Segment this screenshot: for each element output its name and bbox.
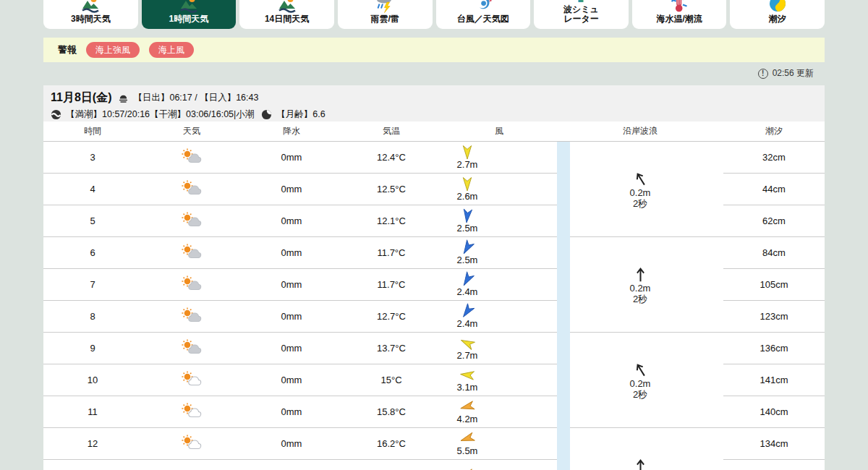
column-header-6: 沿岸波浪: [557, 125, 723, 137]
tide-wave-icon: [51, 109, 61, 120]
temp-cell: 15.8°C: [341, 406, 441, 417]
weather-icon: [181, 148, 203, 166]
table-header-row: 時間天気降水気温風沿岸波浪潮汐: [43, 121, 825, 142]
wind-speed: 5.5m: [457, 446, 478, 456]
sun-times-text: 【日出】06:17 / 【日入】16:43: [133, 92, 258, 104]
warning-badge[interactable]: 海上風: [149, 42, 194, 58]
tide-level-cell: 105cm: [723, 269, 825, 301]
wind-cell: 5.5m: [441, 431, 557, 456]
tide-times-text: 【満潮】10:57/20:16【干潮】03:06/16:05|小潮: [66, 108, 254, 121]
weather-icon: [278, 0, 297, 13]
tide-level-cell: 32cm: [723, 142, 825, 174]
weather-icon: [181, 275, 203, 294]
weather-cell: [142, 403, 242, 421]
weather-cell: [142, 244, 242, 262]
weather-icon: [181, 180, 203, 198]
weather-cell: [142, 435, 242, 453]
tide-column: 32cm44cm62cm84cm105cm123cm136cm141cm140c…: [723, 142, 825, 470]
wind-cell: 2.4m: [441, 304, 557, 329]
tide-level-cell: 141cm: [723, 364, 825, 396]
precip-cell: 0mm: [242, 311, 341, 322]
weather-icon: [181, 435, 203, 453]
hourly-rows: 30mm12.4°C2.7m40mm12.5°C2.6m50mm12.1°C2.…: [43, 142, 557, 470]
precip-cell: 0mm: [242, 279, 341, 290]
table-row: 30mm12.4°C2.7m: [43, 142, 557, 174]
hour-cell: 10: [43, 375, 142, 385]
update-time: ! 02:56 更新: [758, 67, 814, 80]
wavesim-icon: [571, 0, 590, 4]
table-row: 40mm12.5°C2.6m: [43, 174, 557, 205]
tab-3hour[interactable]: 3時間天気: [43, 0, 138, 29]
wave-height: 0.2m: [630, 283, 651, 294]
temp-cell: 12.7°C: [341, 311, 441, 322]
warning-label: 警報: [58, 43, 77, 56]
tab-14day[interactable]: 14日間天気: [239, 0, 334, 29]
tab-1hour[interactable]: 1時間天気: [142, 0, 237, 29]
warning-bar: 警報 海上強風海上風: [43, 38, 825, 62]
date-header: 11月8日(金) 【日出】06:17 / 【日入】16:43 【満潮】10:57…: [43, 85, 825, 121]
tide-level-cell: 136cm: [723, 333, 825, 364]
temp-cell: 12.5°C: [341, 184, 441, 195]
hour-cell: 6: [43, 247, 142, 258]
wave-column: 0.2m2秒0.2m2秒0.2m2秒: [570, 142, 723, 470]
table-body: 30mm12.4°C2.7m40mm12.5°C2.6m50mm12.1°C2.…: [43, 142, 825, 470]
tab-seatemp[interactable]: 海水温/潮流: [632, 0, 727, 29]
wind-cell: 2.4m: [441, 272, 557, 297]
wind-cell: 4.2m: [441, 399, 557, 424]
column-header-1: 時間: [43, 125, 142, 137]
tab-bar: 3時間天気1時間天気14日間天気雨雲/雷台風／天気図波シミュ レーター海水温/潮…: [43, 0, 825, 29]
tab-label: 1時間天気: [169, 14, 209, 24]
wind-speed: 2.6m: [457, 192, 478, 202]
wind-speed: 2.5m: [457, 223, 478, 234]
info-icon: !: [758, 69, 768, 79]
wind-direction-arrow: 2.5m: [447, 240, 488, 265]
tab-label: 潮汐: [769, 14, 786, 24]
wave-cell: 0.2m2秒: [570, 142, 723, 237]
weather-cell: [142, 212, 242, 230]
wind-cell: 2.5m: [441, 208, 557, 234]
tab-tide[interactable]: 潮汐: [730, 0, 825, 29]
weather-icon: [181, 212, 203, 230]
wave-direction-arrow: [634, 170, 647, 187]
weather-cell: [142, 180, 242, 198]
wave-cell: 0.2m2秒: [570, 237, 723, 333]
wind-cell: 2.5m: [441, 240, 557, 265]
wind-direction-arrow: 3.1m: [447, 367, 488, 393]
weather-cell: [142, 275, 242, 294]
typhoon-icon: [474, 0, 493, 13]
tide-level-cell: 44cm: [723, 174, 825, 205]
tide-level-cell: 84cm: [723, 237, 825, 269]
tab-label: 雨雲/雷: [371, 14, 399, 24]
tab-wavesim[interactable]: 波シミュ レーター: [534, 0, 629, 29]
weather-icon: [181, 339, 203, 357]
precip-cell: 0mm: [242, 406, 341, 417]
wind-direction-arrow: 5.5m: [447, 431, 488, 456]
weather-cell: [142, 339, 242, 357]
weather-icon: [181, 371, 203, 389]
hour-cell: 12: [43, 438, 142, 449]
tab-radar[interactable]: 雨雲/雷: [338, 0, 433, 29]
wind-direction-arrow: 2.4m: [447, 304, 488, 329]
precip-cell: 0mm: [242, 375, 341, 385]
sunrise-icon: [118, 93, 129, 103]
wave-period: 2秒: [633, 294, 647, 304]
tab-label: 海水温/潮流: [656, 14, 702, 24]
seatemp-icon: [670, 0, 689, 13]
precip-cell: 0mm: [242, 215, 341, 226]
table-row: [43, 460, 557, 470]
wind-speed: 2.7m: [457, 160, 478, 170]
hour-cell: 4: [43, 184, 142, 195]
tab-label: 3時間天気: [71, 14, 111, 24]
wind-speed: 2.7m: [457, 351, 478, 361]
tab-typhoon[interactable]: 台風／天気図: [436, 0, 531, 29]
wave-cell: 0.2m2秒: [570, 333, 723, 428]
table-row: 70mm11.7°C2.4m: [43, 269, 557, 301]
warning-badge[interactable]: 海上強風: [86, 42, 140, 58]
tide-level-cell: 62cm: [723, 205, 825, 237]
tide-level-cell: 140cm: [723, 396, 825, 428]
table-row: 110mm15.8°C4.2m: [43, 396, 557, 428]
temp-cell: 12.1°C: [341, 215, 441, 226]
precip-cell: 0mm: [242, 247, 341, 258]
weather-icon: [181, 244, 203, 262]
wind-speed: 3.1m: [457, 383, 478, 393]
